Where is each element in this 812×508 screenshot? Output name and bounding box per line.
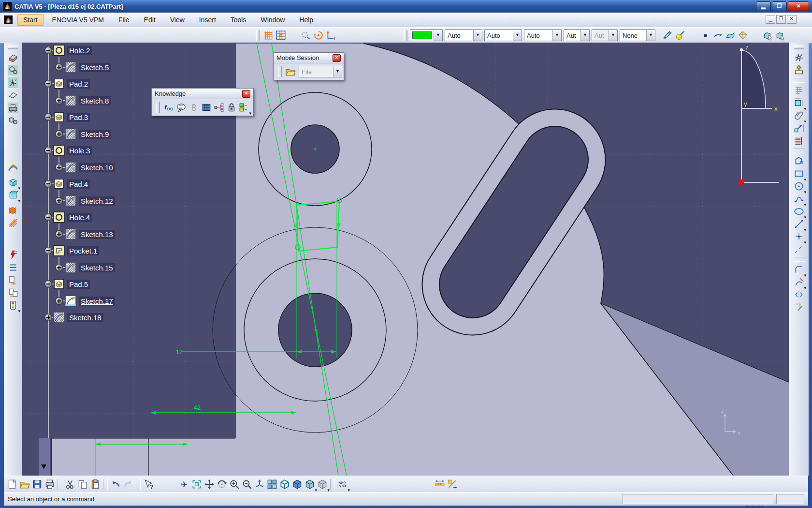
vertical-constraint-label[interactable]: V xyxy=(336,222,341,229)
tree-item-label[interactable]: Pad.4 xyxy=(67,179,90,189)
tree-item-pad-4[interactable]: Pad.4 xyxy=(53,178,90,190)
compass-free-rotation-handle[interactable] xyxy=(740,48,743,51)
box-cyan-2-icon[interactable] xyxy=(7,189,19,201)
tree-item-sketch-5[interactable]: Sketch.5 xyxy=(65,61,111,73)
mdi-close-button[interactable]: ✕ xyxy=(787,15,797,24)
close-icon[interactable]: ✕ xyxy=(242,90,250,98)
gears-pair-icon[interactable] xyxy=(7,114,19,127)
tree-item-label[interactable]: Pad.2 xyxy=(67,79,90,89)
tree-item-label[interactable]: Pad.3 xyxy=(67,113,90,122)
redo-icon[interactable] xyxy=(122,478,134,491)
menu-file[interactable]: File xyxy=(113,14,135,26)
toolbar-handle[interactable] xyxy=(794,45,804,49)
fx-icon[interactable]: f(x) xyxy=(162,101,175,114)
menu-edit[interactable]: Edit xyxy=(138,14,161,26)
gears-teal-icon[interactable] xyxy=(7,64,19,76)
sketch-solve-icon[interactable] xyxy=(300,29,312,42)
dim-cyan-icon[interactable] xyxy=(793,97,805,109)
profile-icon[interactable] xyxy=(793,155,805,167)
expand-knob[interactable] xyxy=(56,97,62,104)
partial-green-icon[interactable] xyxy=(238,101,250,114)
tree-item-label[interactable]: Sketch.13 xyxy=(79,230,115,239)
expand-knob[interactable] xyxy=(56,164,62,171)
spline-tool-icon[interactable] xyxy=(793,193,805,205)
ellipse-tool-icon[interactable] xyxy=(793,205,805,218)
curved-slot[interactable] xyxy=(473,160,555,284)
paste-icon[interactable] xyxy=(89,478,102,491)
sep-icon[interactable] xyxy=(287,29,300,42)
table-blue-icon[interactable] xyxy=(200,101,213,114)
tree-item-hole-3[interactable]: Hole.3 xyxy=(53,145,92,156)
tree-item-hole-4[interactable]: Hole.4 xyxy=(53,211,92,223)
balloon-icon[interactable] xyxy=(175,101,188,114)
tree-item-label[interactable]: Sketch.12 xyxy=(79,196,115,206)
grid-orange-icon[interactable] xyxy=(262,29,275,42)
tree-item-label[interactable]: Sketch.5 xyxy=(79,63,111,72)
expand-knob[interactable] xyxy=(45,147,52,154)
tree-item-sketch-18[interactable]: Sketch.18 xyxy=(53,312,103,323)
grid-gray-icon[interactable] xyxy=(793,84,805,97)
expand-knob[interactable] xyxy=(45,281,52,287)
property-combo-2[interactable]: Auto▼ xyxy=(524,30,562,41)
toolbar-handle[interactable] xyxy=(156,102,160,113)
bolt-analysis-icon[interactable] xyxy=(7,249,19,261)
exit-workbench-icon[interactable] xyxy=(793,64,805,76)
expand-knob[interactable] xyxy=(56,298,62,304)
iso-cube-icon[interactable] xyxy=(278,478,291,491)
chevron-down-icon[interactable]: ▼ xyxy=(473,30,482,41)
render-style-icon[interactable] xyxy=(304,478,316,491)
dimension-value[interactable]: 12 xyxy=(176,348,183,356)
toolbar-handle[interactable] xyxy=(256,30,260,41)
menu-window[interactable]: Window xyxy=(255,14,290,26)
point-tool-icon[interactable] xyxy=(793,230,805,243)
surface-rainbow-icon[interactable] xyxy=(7,161,19,173)
paintbrush-icon[interactable] xyxy=(661,29,674,42)
chevron-down-icon[interactable]: ▼ xyxy=(434,30,442,41)
menu-insert[interactable]: Insert xyxy=(193,14,222,26)
expand-knob[interactable] xyxy=(56,131,62,137)
axis-tool-icon[interactable] xyxy=(793,243,805,255)
constraint-orange-icon[interactable] xyxy=(7,204,19,217)
property-combo-4[interactable]: Aut▼ xyxy=(592,30,618,41)
spark-icon[interactable] xyxy=(793,51,805,64)
tree-item-sketch-15[interactable]: Sketch.15 xyxy=(65,262,115,273)
swap-space-icon[interactable] xyxy=(336,478,349,491)
chevron-down-icon[interactable]: ▼ xyxy=(646,30,655,41)
dim-diagonal-icon[interactable] xyxy=(793,122,805,134)
property-combo-1[interactable]: Auto▼ xyxy=(484,30,522,41)
expand-knob[interactable] xyxy=(45,114,52,120)
knowledge-palette[interactable]: Knowledge ✕ f(x) xyxy=(151,88,254,116)
expand-knob[interactable] xyxy=(45,47,52,54)
tree-item-label[interactable]: Sketch.10 xyxy=(79,163,115,172)
pan-icon[interactable] xyxy=(203,478,216,491)
hide-show-icon[interactable] xyxy=(316,478,329,491)
tree-item-label[interactable]: Sketch.17 xyxy=(79,297,115,306)
multi-view-icon[interactable] xyxy=(266,478,278,491)
chevron-down-icon[interactable]: ▼ xyxy=(609,30,617,41)
menu-tools[interactable]: Tools xyxy=(225,14,252,26)
box-cyan-1-icon[interactable] xyxy=(7,176,19,189)
zoom-out-icon[interactable] xyxy=(241,478,253,491)
tree-item-label[interactable]: Pad.5 xyxy=(67,280,90,289)
sep-icon[interactable] xyxy=(749,29,762,42)
expand-knob[interactable] xyxy=(45,180,52,187)
power-input-field[interactable] xyxy=(623,494,773,504)
flow-yellow-1-icon[interactable] xyxy=(7,274,19,286)
rotate-icon[interactable] xyxy=(216,478,228,491)
title-bar[interactable]: CATIA V5 - [Pieza d15 ej 02.CATPart] ▂ ❒… xyxy=(0,0,812,13)
toolbar-handle[interactable] xyxy=(8,45,18,49)
workbench-part-icon[interactable] xyxy=(7,51,19,64)
gray-link-icon[interactable] xyxy=(188,101,200,114)
expand-knob[interactable] xyxy=(45,247,52,254)
open-folder-icon[interactable] xyxy=(18,478,31,491)
tree-item-label[interactable]: Hole.2 xyxy=(67,46,92,55)
swap-datum-icon[interactable] xyxy=(325,29,337,42)
surface-blue-icon[interactable] xyxy=(724,29,737,42)
close-icon[interactable]: ✕ xyxy=(333,54,341,62)
chevron-down-icon[interactable]: ▼ xyxy=(552,30,561,41)
copy-icon[interactable] xyxy=(76,478,89,491)
tree-item-label[interactable]: Hole.4 xyxy=(67,213,92,222)
undo-icon[interactable] xyxy=(109,478,122,491)
dim-red-icon[interactable] xyxy=(793,134,805,147)
tree-item-pad-2[interactable]: Pad.2 xyxy=(53,78,90,90)
